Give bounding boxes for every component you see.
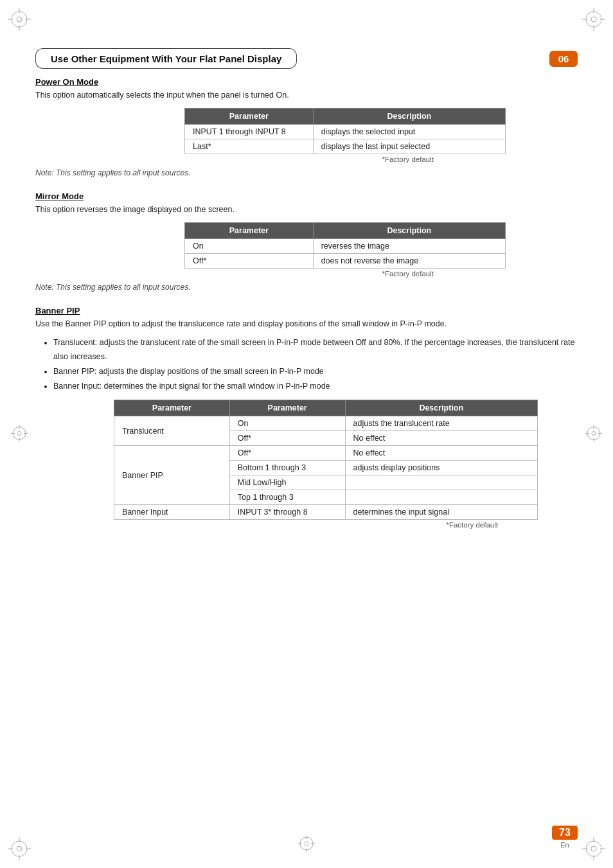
center-bottom-mark [297,834,316,855]
banner-row2-col2: Off* [229,431,345,446]
banner-row1-col2: On [229,416,345,431]
banner-param-header-2: Parameter [229,400,345,416]
banner-param-header-1: Parameter [114,400,230,416]
mirror-desc-1: reverses the image [313,238,505,253]
banner-row7-col2: INPUT 3* through 8 [229,505,345,520]
svg-point-25 [17,431,21,435]
svg-point-7 [591,17,596,22]
mirror-factory-default: *Factory default [112,270,434,278]
svg-point-37 [305,842,308,846]
corner-mark-bl [6,836,32,862]
footer: 73 En [552,826,578,849]
table-row: Banner PIP Off* No effect [114,446,538,461]
table-row: Last* displays the last input selected [185,139,506,154]
corner-mark-tr [581,6,607,32]
banner-row7-col1: Banner Input [114,505,230,520]
corner-mark-tl [6,6,32,32]
svg-point-0 [12,12,27,27]
page-number-badge: 73 [552,826,578,840]
left-mid-mark [10,423,29,445]
mirror-note: Note: This setting applies to all input … [35,283,578,292]
header-bar: Use Other Equipment With Your Flat Panel… [35,48,578,69]
banner-row3-col2: Off* [229,446,345,461]
mirror-param-1: On [185,238,314,253]
power-param-header: Parameter [185,108,314,124]
banner-desc-header: Description [345,400,537,416]
banner-row3-col3: No effect [345,446,537,461]
power-desc-header: Description [313,108,505,124]
power-factory-default: *Factory default [112,155,434,163]
svg-point-12 [12,841,27,856]
mirror-mode-section: Mirror Mode This option reverses the ima… [35,191,578,292]
list-item: Banner PIP: adjusts the display position… [53,365,578,378]
banner-row1-col3: adjusts the translucent rate [345,416,537,431]
header-title-wrapper: Use Other Equipment With Your Flat Panel… [35,48,297,69]
power-on-mode-table: Parameter Description INPUT 1 through IN… [184,108,506,154]
mirror-desc-header: Description [313,222,505,238]
banner-row1-col1: Translucent [114,416,230,446]
banner-pip-bullets: Translucent: adjusts the translucent rat… [53,336,578,393]
table-row: INPUT 1 through INPUT 8 displays the sel… [185,124,506,139]
header-title: Use Other Equipment With Your Flat Panel… [43,48,289,69]
mirror-desc-2: does not reverse the image [313,253,505,268]
banner-pip-table-wrapper: Parameter Parameter Description Transluc… [74,400,578,529]
power-param-1: INPUT 1 through INPUT 8 [185,124,314,139]
svg-point-18 [586,841,601,856]
table-row: Banner Input INPUT 3* through 8 determin… [114,505,538,520]
page: Use Other Equipment With Your Flat Panel… [0,0,613,868]
content-area: Power On Mode This option automatically … [35,77,578,543]
corner-mark-br [581,836,607,862]
banner-pip-table: Parameter Parameter Description Transluc… [114,400,538,520]
mirror-mode-table: Parameter Description On reverses the im… [184,222,506,269]
banner-factory-default: *Factory default [74,521,498,529]
chapter-badge: 06 [549,51,578,67]
svg-point-19 [591,846,596,851]
banner-row3-col1: Banner PIP [114,446,230,505]
svg-point-13 [17,846,22,851]
banner-row4-col3: adjusts display positions [345,461,537,475]
banner-row6-col3 [345,490,537,505]
banner-row2-col3: No effect [345,431,537,446]
header-title-left-curve [35,48,43,69]
banner-pip-desc: Use the Banner PIP option to adjust the … [35,318,578,330]
mirror-mode-table-wrapper: Parameter Description On reverses the im… [112,222,578,278]
banner-pip-title: Banner PIP [35,306,578,315]
list-item: Translucent: adjusts the translucent rat… [53,336,578,364]
svg-point-31 [592,431,596,435]
list-item: Banner Input: determines the input signa… [53,380,578,393]
power-on-mode-title: Power On Mode [35,77,578,87]
header-title-right-curve [289,48,297,69]
mirror-param-header: Parameter [185,222,314,238]
power-on-mode-table-wrapper: Parameter Description INPUT 1 through IN… [112,108,578,163]
table-row: On reverses the image [185,238,506,253]
svg-point-1 [17,17,22,22]
table-row: Translucent On adjusts the translucent r… [114,416,538,431]
power-on-mode-desc: This option automatically selects the in… [35,89,578,102]
power-on-mode-section: Power On Mode This option automatically … [35,77,578,177]
banner-row7-col3: determines the input signal [345,505,537,520]
banner-row5-col3 [345,475,537,490]
mirror-mode-desc: This option reverses the image displayed… [35,204,578,216]
banner-pip-section: Banner PIP Use the Banner PIP option to … [35,306,578,529]
power-desc-1: displays the selected input [313,124,505,139]
mirror-param-2: Off* [185,253,314,268]
banner-row5-col2: Mid Low/High [229,475,345,490]
mirror-mode-title: Mirror Mode [35,191,578,201]
page-lang: En [560,841,569,849]
banner-row4-col2: Bottom 1 through 3 [229,461,345,475]
table-row: Off* does not reverse the image [185,253,506,268]
power-desc-2: displays the last input selected [313,139,505,154]
svg-point-6 [586,12,601,27]
banner-row6-col2: Top 1 through 3 [229,490,345,505]
power-note: Note: This setting applies to all input … [35,168,578,177]
right-mid-mark [584,423,603,445]
power-param-2: Last* [185,139,314,154]
